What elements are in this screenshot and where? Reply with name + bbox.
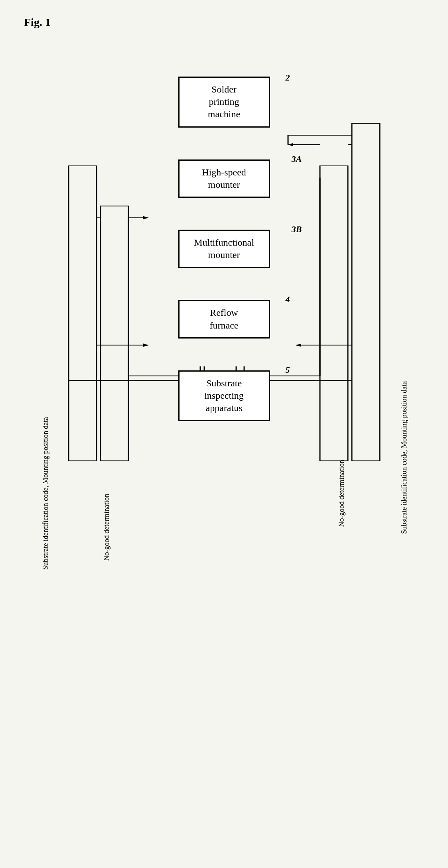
multifunctional-mounter-box: Multifunctional mounter: [178, 230, 270, 268]
ref-2: 2: [286, 73, 290, 83]
flow-diagram: Solder printing machine 2 High-speed mou…: [65, 53, 384, 469]
ref-4: 4: [286, 294, 290, 305]
right-inner-label: No-good determination: [337, 460, 346, 527]
ref-3a: 3A: [292, 154, 302, 164]
reflow-furnace-box: Reflow furnace: [178, 300, 270, 338]
ref-5: 5: [286, 365, 290, 375]
solder-printing-box: Solder printing machine: [178, 77, 270, 128]
fig-label: Fig. 1: [24, 16, 424, 29]
left-outer-label: Substrate identification code, Mounting …: [41, 417, 51, 570]
high-speed-mounter-box: High-speed mounter: [178, 159, 270, 198]
ref-3b: 3B: [292, 224, 302, 234]
left-inner-label: No-good determination: [103, 494, 111, 561]
diagram: Solder printing machine 2 High-speed mou…: [65, 53, 384, 501]
substrate-inspecting-box: Substrate inspecting apparatus: [178, 370, 270, 421]
right-outer-label: Substrate identification code, Mounting …: [399, 381, 409, 534]
